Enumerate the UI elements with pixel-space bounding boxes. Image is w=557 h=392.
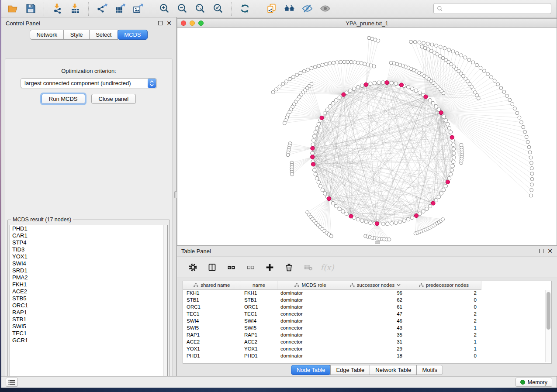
- table-cell[interactable]: connector: [277, 310, 344, 317]
- table-cell[interactable]: 0: [407, 352, 481, 359]
- column-header-name[interactable]: name: [241, 281, 277, 289]
- table-row[interactable]: RAP1RAP1dominator352: [183, 331, 481, 338]
- zoom-fit-icon[interactable]: [194, 3, 206, 15]
- mcds-result-item[interactable]: YOX1: [10, 253, 167, 260]
- table-cell[interactable]: 96: [344, 289, 407, 296]
- table-scrollbar[interactable]: [545, 290, 550, 362]
- table-cell[interactable]: dominator: [277, 331, 344, 338]
- open-file-icon[interactable]: [7, 3, 19, 15]
- tab-edge-table[interactable]: Edge Table: [330, 365, 370, 375]
- table-cell[interactable]: connector: [277, 324, 344, 331]
- column-header-MCDS-role[interactable]: MCDS role: [277, 281, 344, 289]
- mcds-result-item[interactable]: RAP1: [10, 309, 167, 316]
- mcds-result-item[interactable]: PHD1: [10, 225, 167, 232]
- mcds-result-item[interactable]: STB1: [10, 316, 167, 323]
- export-network-icon[interactable]: [96, 3, 108, 15]
- save-session-icon[interactable]: [24, 3, 37, 15]
- tab-mcds[interactable]: MCDS: [118, 30, 147, 40]
- maximize-window-icon[interactable]: [198, 21, 204, 26]
- select-all-icon[interactable]: [226, 262, 236, 272]
- table-cell[interactable]: 18: [344, 352, 407, 359]
- table-scrollbar-thumb[interactable]: [547, 292, 550, 330]
- import-table-icon[interactable]: [69, 3, 81, 15]
- table-cell[interactable]: 46: [344, 317, 407, 324]
- column-header-successor-nodes[interactable]: successor nodes: [344, 281, 407, 289]
- clone-network-icon[interactable]: [265, 3, 277, 15]
- table-cell[interactable]: YOX1: [183, 345, 241, 352]
- table-row[interactable]: SWI5SWI5connector431: [183, 324, 481, 331]
- table-cell[interactable]: dominator: [277, 289, 344, 296]
- table-cell[interactable]: SWI5: [183, 324, 241, 331]
- export-table-icon[interactable]: [114, 3, 126, 15]
- table-cell[interactable]: 2: [407, 289, 481, 296]
- mcds-result-item[interactable]: TID3: [10, 246, 167, 253]
- mcds-result-item[interactable]: STP4: [10, 239, 167, 246]
- table-cell[interactable]: 1: [407, 338, 481, 345]
- table-cell[interactable]: 2: [407, 317, 481, 324]
- mcds-list-scrollbar[interactable]: [163, 225, 167, 377]
- column-header-predecessor-nodes[interactable]: predecessor nodes: [407, 281, 481, 289]
- mcds-result-item[interactable]: FKH1: [10, 281, 167, 288]
- mcds-result-item[interactable]: SWI4: [10, 260, 167, 267]
- table-cell[interactable]: ORC1: [183, 303, 241, 310]
- close-window-icon[interactable]: [181, 21, 186, 26]
- table-cell[interactable]: SWI4: [241, 317, 277, 324]
- network-canvas[interactable]: [177, 28, 557, 245]
- close-panel-icon[interactable]: ✕: [166, 21, 172, 25]
- table-cell[interactable]: 2: [407, 331, 481, 338]
- table-cell[interactable]: RAP1: [183, 331, 241, 338]
- table-cell[interactable]: ORC1: [241, 303, 277, 310]
- mcds-result-item[interactable]: PMA2: [10, 274, 167, 281]
- table-cell[interactable]: dominator: [277, 317, 344, 324]
- table-cell[interactable]: TEC1: [241, 310, 277, 317]
- show-columns-icon[interactable]: [207, 262, 217, 272]
- mcds-result-item[interactable]: CAR1: [10, 232, 167, 239]
- table-cell[interactable]: 43: [344, 324, 407, 331]
- table-cell[interactable]: connector: [277, 345, 344, 352]
- tab-node-table[interactable]: Node Table: [291, 365, 331, 375]
- add-column-icon[interactable]: [264, 262, 275, 272]
- table-cell[interactable]: SWI5: [241, 324, 277, 331]
- float-panel-icon[interactable]: [539, 249, 543, 253]
- table-row[interactable]: FKH1FKH1dominator962: [183, 289, 481, 296]
- table-row[interactable]: ORC1ORC1dominator610: [183, 303, 481, 310]
- tab-network-table[interactable]: Network Table: [370, 365, 417, 375]
- table-cell[interactable]: 61: [344, 303, 407, 310]
- table-row[interactable]: TEC1TEC1connector472: [183, 310, 481, 317]
- zoom-out-icon[interactable]: [176, 3, 188, 15]
- delete-column-icon[interactable]: [284, 262, 294, 272]
- table-row[interactable]: STB1STB1dominator620: [183, 296, 481, 303]
- tab-network[interactable]: Network: [30, 30, 64, 40]
- first-neighbors-icon[interactable]: [283, 3, 295, 15]
- table-cell[interactable]: FKH1: [183, 289, 241, 296]
- table-cell[interactable]: ACE2: [183, 338, 241, 345]
- optimization-criterion-select[interactable]: largest connected component (undirected): [21, 78, 157, 88]
- table-row[interactable]: ACE2ACE2connector311: [183, 338, 481, 345]
- import-network-icon[interactable]: [51, 3, 63, 15]
- canvas-resize-handle[interactable]: [375, 241, 380, 244]
- zoom-selected-icon[interactable]: [212, 3, 224, 15]
- table-cell[interactable]: SWI4: [183, 317, 241, 324]
- table-cell[interactable]: 29: [344, 345, 407, 352]
- run-mcds-button[interactable]: Run MCDS: [42, 94, 85, 104]
- search-input[interactable]: [445, 6, 548, 12]
- mcds-result-item[interactable]: GCR1: [10, 337, 167, 344]
- table-cell[interactable]: 47: [344, 310, 407, 317]
- table-cell[interactable]: STB1: [183, 296, 241, 303]
- task-history-button[interactable]: [6, 378, 18, 387]
- table-cell[interactable]: TEC1: [183, 310, 241, 317]
- table-cell[interactable]: PHD1: [183, 352, 241, 359]
- search-box[interactable]: [433, 3, 551, 14]
- memory-button[interactable]: Memory: [515, 378, 552, 387]
- table-row[interactable]: PHD1PHD1dominator180: [183, 352, 481, 359]
- table-row[interactable]: YOX1YOX1connector291: [183, 345, 481, 352]
- table-cell[interactable]: STB1: [241, 296, 277, 303]
- mcds-result-item[interactable]: SRD1: [10, 267, 167, 274]
- table-row[interactable]: SWI4SWI4dominator462: [183, 317, 481, 324]
- tab-motifs[interactable]: Motifs: [416, 365, 443, 375]
- show-all-icon[interactable]: [319, 3, 331, 15]
- table-cell[interactable]: RAP1: [241, 331, 277, 338]
- table-cell[interactable]: 0: [407, 296, 481, 303]
- network-window-titlebar[interactable]: YPA_prune.txt_1: [177, 19, 557, 28]
- tab-style[interactable]: Style: [63, 30, 90, 40]
